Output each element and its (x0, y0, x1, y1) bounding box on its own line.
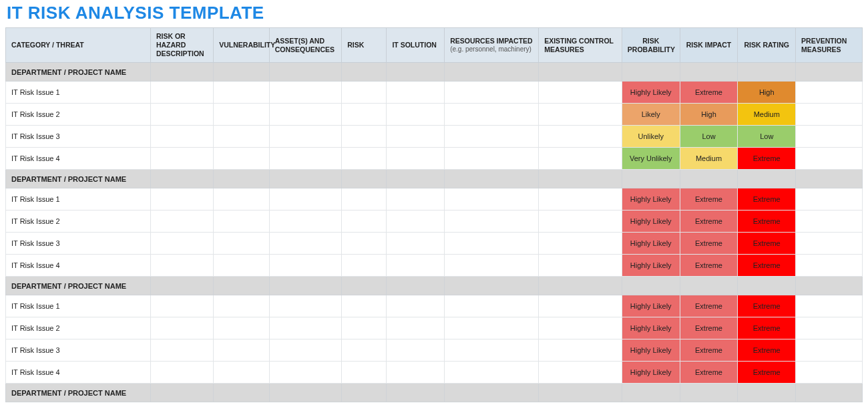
cell-empty[interactable] (214, 126, 270, 148)
cell-empty[interactable] (150, 255, 213, 277)
cell-risk-impact[interactable]: Extreme (680, 233, 738, 255)
cell-risk-impact[interactable]: Extreme (680, 362, 738, 384)
cell-prevention[interactable] (796, 317, 863, 339)
cell-empty[interactable] (214, 255, 270, 277)
cell-empty[interactable] (269, 148, 341, 170)
cell-empty[interactable] (445, 188, 539, 211)
cell-risk-rating[interactable]: Extreme (738, 362, 796, 384)
cell-empty[interactable] (342, 126, 387, 148)
cell-empty[interactable] (539, 233, 622, 255)
cell-category[interactable]: IT Risk Issue 1 (6, 188, 151, 211)
cell-empty[interactable] (445, 317, 539, 339)
cell-empty[interactable] (445, 339, 539, 362)
cell-category[interactable]: IT Risk Issue 2 (6, 104, 151, 126)
cell-risk-impact[interactable]: High (680, 104, 738, 126)
cell-risk-impact[interactable]: Extreme (680, 295, 738, 317)
cell-risk-rating[interactable]: High (738, 82, 796, 104)
department-label[interactable]: DEPARTMENT / PROJECT NAME (6, 277, 151, 295)
cell-empty[interactable] (214, 148, 270, 170)
cell-empty[interactable] (214, 104, 270, 126)
cell-empty[interactable] (214, 362, 270, 384)
cell-empty[interactable] (539, 362, 622, 384)
cell-empty[interactable] (269, 362, 341, 384)
cell-risk-rating[interactable]: Extreme (738, 339, 796, 362)
cell-empty[interactable] (150, 104, 213, 126)
cell-category[interactable]: IT Risk Issue 4 (6, 148, 151, 170)
cell-empty[interactable] (387, 362, 445, 384)
cell-empty[interactable] (214, 82, 270, 104)
cell-prevention[interactable] (796, 104, 863, 126)
cell-empty[interactable] (269, 317, 341, 339)
cell-risk-probability[interactable]: Unlikely (622, 126, 680, 148)
cell-empty[interactable] (342, 104, 387, 126)
cell-empty[interactable] (150, 362, 213, 384)
cell-risk-probability[interactable]: Highly Likely (622, 339, 680, 362)
cell-risk-probability[interactable]: Highly Likely (622, 211, 680, 233)
cell-empty[interactable] (539, 211, 622, 233)
cell-empty[interactable] (150, 317, 213, 339)
cell-empty[interactable] (342, 295, 387, 317)
cell-risk-rating[interactable]: Extreme (738, 233, 796, 255)
cell-empty[interactable] (214, 295, 270, 317)
cell-risk-rating[interactable]: Medium (738, 104, 796, 126)
cell-prevention[interactable] (796, 295, 863, 317)
cell-empty[interactable] (539, 339, 622, 362)
cell-risk-rating[interactable]: Extreme (738, 317, 796, 339)
cell-category[interactable]: IT Risk Issue 3 (6, 339, 151, 362)
cell-empty[interactable] (539, 317, 622, 339)
cell-empty[interactable] (269, 339, 341, 362)
cell-empty[interactable] (269, 104, 341, 126)
cell-prevention[interactable] (796, 211, 863, 233)
cell-empty[interactable] (269, 211, 341, 233)
cell-empty[interactable] (269, 126, 341, 148)
cell-empty[interactable] (214, 211, 270, 233)
cell-empty[interactable] (445, 362, 539, 384)
cell-category[interactable]: IT Risk Issue 1 (6, 295, 151, 317)
cell-risk-rating[interactable]: Extreme (738, 255, 796, 277)
cell-category[interactable]: IT Risk Issue 3 (6, 126, 151, 148)
cell-category[interactable]: IT Risk Issue 4 (6, 362, 151, 384)
cell-empty[interactable] (539, 126, 622, 148)
cell-empty[interactable] (342, 255, 387, 277)
cell-empty[interactable] (387, 255, 445, 277)
department-label[interactable]: DEPARTMENT / PROJECT NAME (6, 170, 151, 188)
cell-empty[interactable] (150, 295, 213, 317)
cell-empty[interactable] (342, 233, 387, 255)
cell-category[interactable]: IT Risk Issue 2 (6, 211, 151, 233)
cell-empty[interactable] (150, 148, 213, 170)
cell-empty[interactable] (214, 233, 270, 255)
cell-empty[interactable] (445, 255, 539, 277)
cell-risk-probability[interactable]: Highly Likely (622, 295, 680, 317)
cell-risk-impact[interactable]: Extreme (680, 255, 738, 277)
cell-empty[interactable] (539, 148, 622, 170)
cell-risk-impact[interactable]: Extreme (680, 188, 738, 211)
cell-prevention[interactable] (796, 255, 863, 277)
cell-empty[interactable] (445, 126, 539, 148)
cell-empty[interactable] (539, 255, 622, 277)
cell-risk-impact[interactable]: Extreme (680, 211, 738, 233)
cell-empty[interactable] (342, 317, 387, 339)
cell-empty[interactable] (150, 233, 213, 255)
cell-empty[interactable] (445, 148, 539, 170)
cell-risk-impact[interactable]: Low (680, 126, 738, 148)
cell-risk-probability[interactable]: Very Unlikely (622, 148, 680, 170)
cell-empty[interactable] (269, 82, 341, 104)
cell-empty[interactable] (445, 233, 539, 255)
cell-prevention[interactable] (796, 233, 863, 255)
cell-category[interactable]: IT Risk Issue 2 (6, 317, 151, 339)
cell-risk-impact[interactable]: Medium (680, 148, 738, 170)
cell-category[interactable]: IT Risk Issue 4 (6, 255, 151, 277)
cell-risk-probability[interactable]: Highly Likely (622, 362, 680, 384)
cell-risk-impact[interactable]: Extreme (680, 317, 738, 339)
cell-prevention[interactable] (796, 148, 863, 170)
cell-empty[interactable] (445, 104, 539, 126)
cell-empty[interactable] (387, 211, 445, 233)
cell-empty[interactable] (214, 317, 270, 339)
cell-empty[interactable] (445, 82, 539, 104)
cell-risk-impact[interactable]: Extreme (680, 339, 738, 362)
cell-empty[interactable] (387, 188, 445, 211)
cell-prevention[interactable] (796, 362, 863, 384)
cell-prevention[interactable] (796, 188, 863, 211)
cell-risk-probability[interactable]: Likely (622, 104, 680, 126)
cell-risk-rating[interactable]: Extreme (738, 148, 796, 170)
